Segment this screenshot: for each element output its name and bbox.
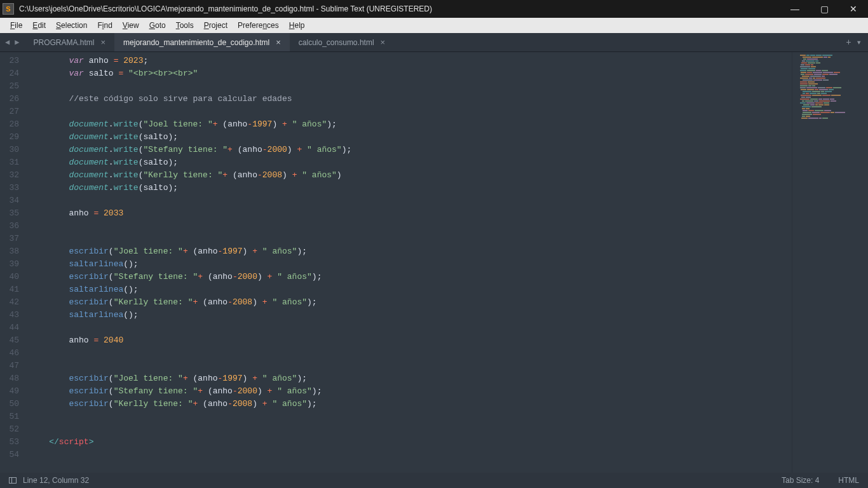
window-title: C:\Users\joels\OneDrive\Escritorio\LOGIC… — [19, 4, 432, 13]
menu-selection[interactable]: Selection — [51, 20, 92, 31]
statusbar: Line 12, Column 32 Tab Size: 4 HTML — [0, 473, 868, 488]
minimap[interactable] — [792, 52, 868, 473]
window-titlebar: S C:\Users\joels\OneDrive\Escritorio\LOG… — [0, 0, 868, 18]
menu-view[interactable]: View — [118, 20, 144, 31]
tab-menu-icon[interactable]: ▾ — [857, 37, 862, 48]
close-button[interactable]: ✕ — [839, 0, 868, 18]
tab-programa[interactable]: PROGRAMA.html × — [24, 33, 114, 51]
tab-label: calculo_consumo.html — [299, 38, 374, 47]
maximize-button[interactable]: ▢ — [810, 0, 839, 18]
minimize-button[interactable]: — — [780, 0, 810, 18]
tab-calculo[interactable]: calculo_consumo.html × — [290, 33, 394, 51]
menu-edit[interactable]: Edit — [27, 20, 51, 31]
menu-preferences[interactable]: Preferences — [233, 20, 284, 31]
app-icon: S — [3, 3, 14, 15]
tab-close-icon[interactable]: × — [381, 37, 386, 47]
tab-size[interactable]: Tab Size: 4 — [782, 476, 819, 485]
tabbar: ◀ ▶ PROGRAMA.html × mejorando_mantenimie… — [0, 33, 868, 52]
cursor-position[interactable]: Line 12, Column 32 — [23, 476, 89, 485]
tab-history-back-icon[interactable]: ◀ — [4, 37, 11, 47]
code-editor[interactable]: var anho = 2023; var salto = "<br><br><b… — [29, 52, 792, 473]
side-panel-toggle-icon[interactable] — [9, 477, 17, 484]
menu-file[interactable]: File — [5, 20, 27, 31]
menu-goto[interactable]: Goto — [144, 20, 171, 31]
menu-find[interactable]: Find — [92, 20, 117, 31]
tab-close-icon[interactable]: × — [100, 37, 105, 47]
line-numbers-gutter: 2324252627282930313233343536373839404142… — [0, 52, 29, 473]
tab-label: mejorando_mantenimiento_de_codigo.html — [123, 38, 269, 47]
new-tab-icon[interactable]: + — [846, 37, 851, 48]
menubar: File Edit Selection Find View Goto Tools… — [0, 18, 868, 33]
menu-tools[interactable]: Tools — [171, 20, 199, 31]
syntax-mode[interactable]: HTML — [838, 476, 859, 485]
tab-close-icon[interactable]: × — [276, 37, 281, 47]
menu-project[interactable]: Project — [199, 20, 233, 31]
tab-history-forward-icon[interactable]: ▶ — [13, 37, 20, 47]
menu-help[interactable]: Help — [284, 20, 310, 31]
tab-label: PROGRAMA.html — [33, 38, 94, 47]
editor-area: 2324252627282930313233343536373839404142… — [0, 52, 868, 473]
tab-mejorando[interactable]: mejorando_mantenimiento_de_codigo.html × — [114, 33, 290, 51]
